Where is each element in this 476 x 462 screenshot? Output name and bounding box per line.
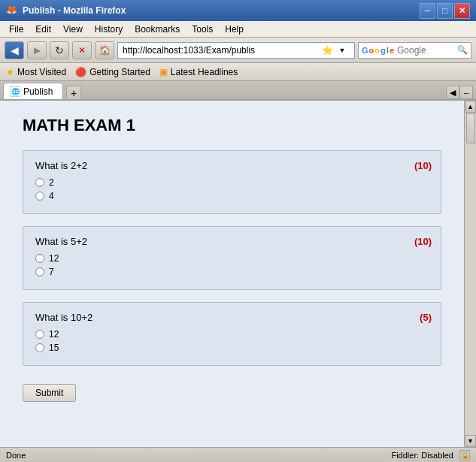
status-bar: Done Fiddler: Disabled 🔒: [0, 447, 476, 462]
scrollbar: ▲ ▼: [464, 101, 476, 447]
nav-bar: ◀ ▶ ↻ ✕ 🏠 ⭐ ▼ Google 🔍: [0, 38, 476, 63]
stop-button[interactable]: ✕: [72, 41, 92, 59]
scroll-up-button[interactable]: ▲: [465, 101, 476, 113]
radio-q2-a2[interactable]: [35, 267, 44, 276]
window-title: Publish - Mozilla Firefox: [23, 5, 420, 16]
title-bar: 🦊 Publish - Mozilla Firefox ─ □ ✕: [0, 0, 476, 21]
fiddler-status: Fiddler: Disabled: [391, 451, 453, 460]
menu-history[interactable]: History: [89, 23, 129, 36]
new-tab-button[interactable]: +: [66, 86, 81, 99]
menu-bar: File Edit View History Bookmarks Tools H…: [0, 21, 476, 38]
radio-q1-a2[interactable]: [35, 192, 44, 201]
maximize-button[interactable]: □: [437, 3, 453, 19]
forward-button[interactable]: ▶: [27, 41, 47, 59]
scroll-track[interactable]: [465, 113, 476, 435]
question-1: What is 2+2 (10) 2 4: [23, 150, 441, 214]
menu-help[interactable]: Help: [219, 23, 250, 36]
address-bar[interactable]: ⭐ ▼: [117, 42, 355, 59]
label-q2-a1: 12: [49, 253, 59, 264]
question-3-text: What is 10+2: [35, 312, 429, 323]
content-area: MATH EXAM 1 What is 2+2 (10) 2 4 What is…: [0, 101, 464, 447]
question-1-text: What is 2+2: [35, 160, 429, 171]
address-go-icon[interactable]: ⭐: [320, 43, 335, 58]
bookmark-latest-headlines-label: Latest Headlines: [171, 67, 238, 77]
question-3-option-1[interactable]: 12: [35, 329, 429, 340]
label-q2-a2: 7: [49, 267, 54, 277]
search-go-button[interactable]: 🔍: [457, 45, 468, 55]
menu-file[interactable]: File: [3, 23, 29, 36]
google-logo: Google: [362, 46, 394, 55]
scroll-down-button[interactable]: ▼: [465, 435, 476, 447]
search-input[interactable]: [397, 45, 457, 56]
home-button[interactable]: 🏠: [95, 41, 114, 59]
menu-view[interactable]: View: [57, 23, 89, 36]
bookmark-most-visited-label: Most Visited: [17, 67, 66, 77]
menu-bookmarks[interactable]: Bookmarks: [129, 23, 186, 36]
status-right: Fiddler: Disabled 🔒: [391, 450, 470, 460]
question-1-option-1[interactable]: 2: [35, 177, 429, 188]
radio-q2-a1[interactable]: [35, 254, 44, 263]
refresh-button[interactable]: ↻: [50, 41, 69, 59]
menu-edit[interactable]: Edit: [29, 23, 57, 36]
tab-favicon: 🌐: [10, 86, 20, 97]
submit-button[interactable]: Submit: [23, 384, 76, 402]
question-1-option-2[interactable]: 4: [35, 191, 429, 201]
tab-bar: 🌐 Publish + ◀ –: [0, 81, 476, 101]
tab-publish-label: Publish: [23, 86, 53, 97]
question-2-text: What is 5+2: [35, 236, 429, 247]
question-3-points: (5): [420, 312, 432, 323]
bookmark-getting-started-label: Getting Started: [89, 67, 150, 77]
radio-q3-a1[interactable]: [35, 330, 44, 339]
firefox-icon: 🦊: [6, 5, 18, 17]
status-text: Done: [6, 451, 385, 460]
bookmark-getting-started[interactable]: 🔴 Getting Started: [75, 67, 150, 77]
tab-scroll-left[interactable]: ◀: [446, 86, 459, 99]
rss-icon: ▣: [159, 67, 168, 77]
bookmarks-bar: ★ Most Visited 🔴 Getting Started ▣ Lates…: [0, 63, 476, 81]
star-icon: ★: [6, 67, 14, 77]
menu-tools[interactable]: Tools: [186, 23, 219, 36]
back-button[interactable]: ◀: [5, 41, 24, 59]
scroll-thumb[interactable]: [466, 113, 475, 143]
address-dropdown-icon[interactable]: ▼: [335, 43, 350, 58]
label-q1-a2: 4: [49, 191, 54, 201]
question-2-points: (10): [414, 236, 432, 247]
label-q3-a2: 15: [49, 343, 59, 353]
search-bar: Google 🔍: [358, 42, 471, 59]
question-2-option-2[interactable]: 7: [35, 267, 429, 277]
bookmark-most-visited[interactable]: ★ Most Visited: [6, 67, 66, 77]
minimize-button[interactable]: ─: [420, 3, 435, 19]
fire-icon: 🔴: [75, 67, 86, 77]
label-q1-a1: 2: [49, 177, 54, 188]
tab-scroll-right[interactable]: –: [459, 86, 473, 99]
content-wrapper: MATH EXAM 1 What is 2+2 (10) 2 4 What is…: [0, 101, 476, 447]
page-content: MATH EXAM 1 What is 2+2 (10) 2 4 What is…: [0, 101, 464, 447]
question-3-option-2[interactable]: 15: [35, 343, 429, 353]
status-icon[interactable]: 🔒: [459, 450, 470, 460]
tab-publish[interactable]: 🌐 Publish: [3, 83, 63, 99]
question-2-option-1[interactable]: 12: [35, 253, 429, 264]
question-3: What is 10+2 (5) 12 15: [23, 302, 441, 366]
question-1-points: (10): [414, 160, 432, 171]
address-input[interactable]: [123, 45, 320, 56]
label-q3-a1: 12: [49, 329, 59, 340]
question-2: What is 5+2 (10) 12 7: [23, 226, 441, 290]
close-button[interactable]: ✕: [454, 3, 470, 19]
exam-title: MATH EXAM 1: [23, 116, 441, 135]
radio-q1-a1[interactable]: [35, 178, 44, 187]
radio-q3-a2[interactable]: [35, 343, 44, 352]
bookmark-latest-headlines[interactable]: ▣ Latest Headlines: [159, 67, 238, 77]
title-bar-buttons: ─ □ ✕: [420, 3, 470, 19]
